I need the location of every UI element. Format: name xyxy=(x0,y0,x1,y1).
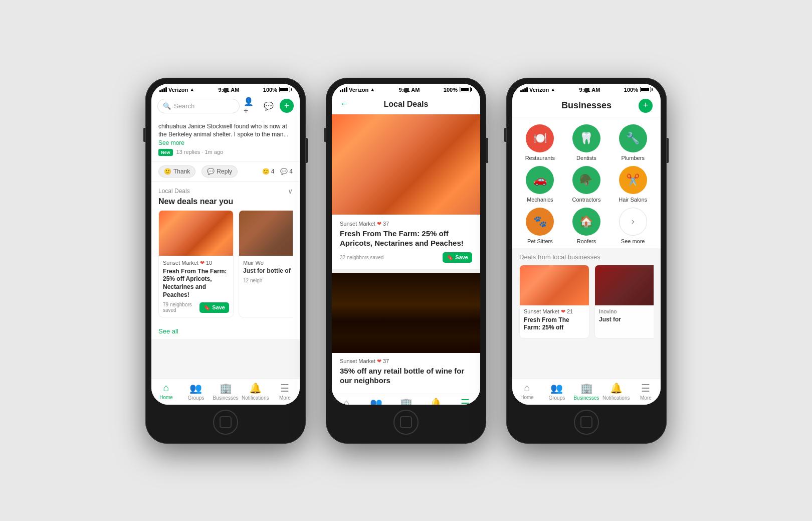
phone1-header: 🔍 Search 👤+ 💬 + xyxy=(151,95,300,117)
deal-full-1: Sunset Market ❤ 37 Fresh From The Farm: … xyxy=(332,114,480,273)
deal-full-2: Sunset Market ❤ 37 35% off any retail bo… xyxy=(332,273,480,394)
more-icon: ☰ xyxy=(280,382,289,394)
home-button-2[interactable] xyxy=(393,410,419,435)
nav-businesses-1[interactable]: 🏢 Businesses xyxy=(211,382,240,401)
save-button-full-1[interactable]: 🔖 Save xyxy=(443,252,472,263)
nav-home-1[interactable]: ⌂ Home xyxy=(151,382,181,401)
volume-button-2 xyxy=(324,128,326,142)
nav-groups-1[interactable]: 👥 Groups xyxy=(181,382,211,401)
bottom-nav-3: ⌂ Home 👥 Groups 🏢 Businesses 🔔 Notificat… xyxy=(512,379,661,405)
heart-icon-3: ❤ xyxy=(377,358,381,365)
home-icon-2: ⌂ xyxy=(344,397,350,405)
deals-heading: New deals near you xyxy=(158,197,293,206)
reply-button[interactable]: 💬 Reply xyxy=(201,165,238,178)
category-pet-sitters[interactable]: 🐾 Pet Sitters xyxy=(519,208,561,244)
category-mechanics[interactable]: 🚗 Mechanics xyxy=(519,166,561,203)
replies-line: New 13 replies · 1m ago xyxy=(158,149,293,156)
deal-card-2[interactable]: Muir Wo Just for bottle of 12 neigh xyxy=(239,210,293,317)
nav-businesses-2[interactable]: 🏢 Businesses xyxy=(391,397,421,405)
chat-button[interactable]: 💬 xyxy=(262,99,276,113)
biz-deal-2-image xyxy=(595,265,654,305)
people-add-button[interactable]: 👤+ xyxy=(244,99,258,113)
businesses-icon-3: 🏢 xyxy=(580,382,593,394)
category-hair-salons[interactable]: ✂️ Hair Salons xyxy=(612,166,654,203)
battery-icon-3 xyxy=(640,87,653,92)
nav-businesses-3[interactable]: 🏢 Businesses xyxy=(571,382,601,401)
nav-more-3[interactable]: ☰ More xyxy=(631,382,661,401)
dentists-label: Dentists xyxy=(576,155,596,161)
header-icons: 👤+ 💬 + xyxy=(244,99,294,113)
biz-deal-card-1[interactable]: Sunset Market ❤ 21 Fresh From The Farm: … xyxy=(519,265,589,338)
biz-deal-card-2[interactable]: Inovino Just for xyxy=(594,265,654,338)
deal-card-1[interactable]: Sunset Market ❤ 10 Fresh From The Farm: … xyxy=(158,210,234,317)
nav-notifications-2[interactable]: 🔔 Notifications xyxy=(421,397,451,405)
biz-deals-scroll: Sunset Market ❤ 21 Fresh From The Farm: … xyxy=(519,265,654,338)
category-plumbers[interactable]: 🔧 Plumbers xyxy=(612,124,654,161)
nav-notifications-1[interactable]: 🔔 Notifications xyxy=(241,382,270,401)
action-bar: 🙂 Thank 💬 Reply 🙂 4 💬 4 xyxy=(151,161,300,182)
contractors-icon: 🪖 xyxy=(572,166,600,194)
section-chevron-icon[interactable]: ∨ xyxy=(288,187,293,195)
businesses-title: Businesses xyxy=(534,100,639,111)
notifications-icon-3: 🔔 xyxy=(610,382,623,394)
add-post-button[interactable]: + xyxy=(280,99,294,113)
phone-3-screen: Verizon ▲ 9:41 AM 100% Businesses + xyxy=(512,84,661,405)
see-more-icon: › xyxy=(619,208,647,236)
deal-full-1-market: Sunset Market ❤ 37 xyxy=(340,221,472,227)
see-more-link[interactable]: See more xyxy=(158,139,184,146)
notifications-icon: 🔔 xyxy=(249,382,262,394)
reply-icon: 💬 xyxy=(207,168,215,175)
deal-full-2-market: Sunset Market ❤ 37 xyxy=(340,358,472,365)
add-business-button[interactable]: + xyxy=(639,99,653,113)
category-see-more[interactable]: › See more xyxy=(612,208,654,244)
status-right-1: 100% xyxy=(263,87,292,93)
deal-title-2: Just for bottle of xyxy=(243,267,293,275)
search-box[interactable]: 🔍 Search xyxy=(157,99,240,113)
carrier-label-3: Verizon xyxy=(529,87,549,93)
category-roofers[interactable]: 🏠 Roofers xyxy=(566,208,607,244)
heart-icon-2: ❤ xyxy=(377,221,381,227)
category-restaurants[interactable]: 🍽️ Restaurants xyxy=(519,124,561,161)
nav-more-1[interactable]: ☰ More xyxy=(270,382,300,401)
see-all-link[interactable]: See all xyxy=(151,323,300,339)
power-button-3 xyxy=(667,138,669,163)
deals-scroll: Sunset Market ❤ 10 Fresh From The Farm: … xyxy=(158,210,293,321)
biz-deal-1-title: Fresh From The Farm: 25% off xyxy=(524,316,585,332)
deal-card-2-image xyxy=(239,211,293,256)
groups-icon-2: 👥 xyxy=(370,397,382,405)
nav-home-2[interactable]: ⌂ Home xyxy=(332,397,361,405)
plumbers-label: Plumbers xyxy=(621,155,644,161)
groups-icon-3: 👥 xyxy=(550,382,563,394)
time-display-3: 9:41 AM xyxy=(579,87,600,93)
back-button[interactable]: ← xyxy=(340,99,349,109)
thank-button[interactable]: 🙂 Thank xyxy=(158,165,195,178)
nav-home-3[interactable]: ⌂ Home xyxy=(512,382,542,401)
section-header: Local Deals ∨ xyxy=(158,187,293,195)
battery-percent: 100% xyxy=(263,87,277,93)
home-button-3[interactable] xyxy=(574,410,599,435)
page-title-2: Local Deals xyxy=(384,100,429,109)
deal-card-1-image xyxy=(159,211,233,256)
category-contractors[interactable]: 🪖 Contractors xyxy=(566,166,607,203)
nav-notifications-3[interactable]: 🔔 Notifications xyxy=(601,382,631,401)
signal-bars-2 xyxy=(340,87,347,92)
nav-more-2[interactable]: ☰ More xyxy=(451,397,480,405)
nav-groups-2[interactable]: 👥 Groups xyxy=(361,397,391,405)
comments-count: 💬 4 xyxy=(280,168,293,175)
category-dentists[interactable]: 🦷 Dentists xyxy=(566,124,607,161)
home-button-1[interactable] xyxy=(213,410,238,435)
biz-deal-2-body: Inovino Just for xyxy=(595,305,654,330)
mechanics-label: Mechanics xyxy=(527,197,553,203)
signal-bars xyxy=(159,87,167,92)
heart-icon-4: ❤ xyxy=(561,308,565,315)
heart-icon: ❤ xyxy=(200,260,205,266)
reply-count: 13 replies xyxy=(176,149,200,155)
nav-groups-3[interactable]: 👥 Groups xyxy=(542,382,571,401)
bookmark-icon-2: 🔖 xyxy=(447,254,454,261)
deals-from-biz-section: Deals from local businesses Sunset Marke… xyxy=(512,248,661,341)
save-button-1[interactable]: 🔖 Save xyxy=(199,302,229,313)
reactions-count: 🙂 4 xyxy=(262,168,275,175)
search-icon: 🔍 xyxy=(163,102,171,110)
businesses-icon-2: 🏢 xyxy=(400,397,413,405)
groups-icon: 👥 xyxy=(189,382,202,394)
